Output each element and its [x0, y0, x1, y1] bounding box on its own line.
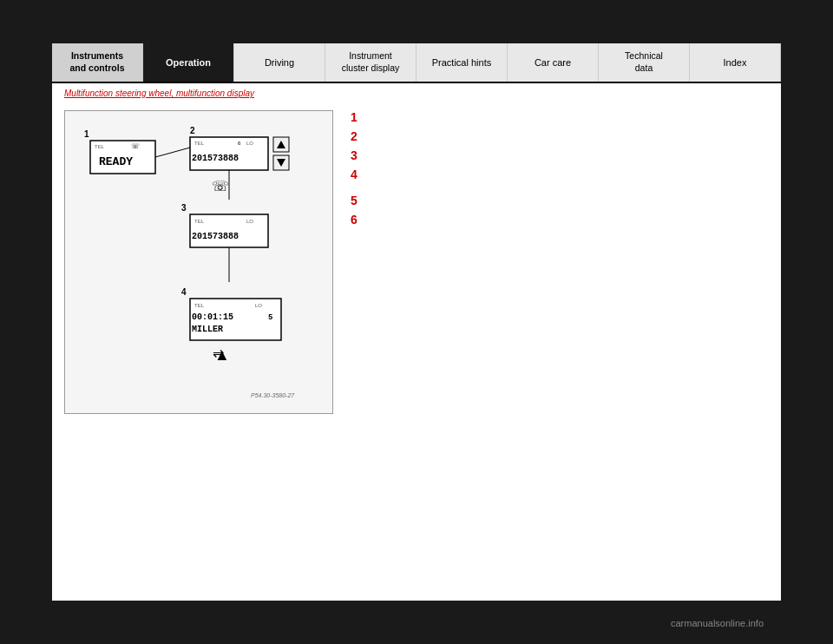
svg-text:1: 1: [84, 129, 89, 139]
svg-text:TEL: TEL: [194, 303, 205, 308]
svg-text:5: 5: [268, 313, 272, 322]
tab-index[interactable]: Index: [690, 43, 781, 82]
svg-text:LO: LO: [255, 303, 262, 308]
item-number-6: 6: [351, 213, 363, 227]
diagram-svg: 1 TEL ☏ READY 2 TEL 6 LO 20157: [75, 122, 322, 399]
nav-tabs: Instrumentsand controls Operation Drivin…: [52, 43, 781, 83]
svg-text:3: 3: [181, 203, 187, 213]
svg-text:00:01:15: 00:01:15: [192, 312, 233, 322]
tab-instrument-cluster[interactable]: Instrumentcluster display: [325, 43, 416, 82]
main-content: 1 TEL ☏ READY 2 TEL 6 LO 20157: [52, 103, 781, 421]
numbered-item-5-group: 5 6: [351, 194, 769, 227]
content-area: Instrumentsand controls Operation Drivin…: [52, 43, 781, 601]
svg-text:LO: LO: [246, 141, 253, 146]
numbered-item-4: 4: [351, 168, 769, 181]
tab-practical-hints[interactable]: Practical hints: [416, 43, 508, 82]
item-number-1: 1: [351, 110, 363, 124]
svg-text:P54.30-3580-27: P54.30-3580-27: [251, 392, 295, 398]
svg-text:LO: LO: [246, 219, 253, 224]
numbered-item-1: 1: [351, 110, 769, 124]
item-number-5: 5: [351, 194, 363, 207]
svg-text:201573888: 201573888: [192, 232, 239, 241]
diagram-area: 1 TEL ☏ READY 2 TEL 6 LO 20157: [64, 110, 333, 414]
numbered-item-6: 6: [351, 213, 769, 227]
svg-text:201573888: 201573888: [192, 154, 239, 163]
item-number-3: 3: [351, 148, 363, 162]
svg-text:2: 2: [190, 126, 195, 135]
svg-text:☏: ☏: [212, 179, 229, 194]
breadcrumb: Multifunction steering wheel, multifunct…: [52, 83, 781, 103]
svg-text:4: 4: [181, 287, 187, 297]
svg-text:TEL: TEL: [95, 144, 105, 149]
numbered-item-2: 2: [351, 129, 769, 143]
tab-driving[interactable]: Driving: [234, 43, 325, 82]
tab-operation[interactable]: Operation: [143, 43, 234, 82]
item-number-2: 2: [351, 129, 363, 143]
svg-text:☏: ☏: [131, 142, 140, 150]
footer-site: carmanualsonline.info: [671, 618, 764, 628]
svg-line-5: [155, 148, 190, 157]
tab-technical-data[interactable]: Technicaldata: [599, 43, 690, 82]
tab-car-care[interactable]: Car care: [508, 43, 599, 82]
svg-text:⇌: ⇌: [213, 345, 224, 360]
svg-text:MILLER: MILLER: [192, 325, 223, 334]
svg-text:TEL: TEL: [194, 141, 205, 146]
footer-watermark: carmanualsonline.info: [671, 618, 764, 628]
svg-text:READY: READY: [99, 155, 133, 168]
tab-instruments[interactable]: Instrumentsand controls: [52, 43, 143, 82]
numbered-item-5: 5: [351, 194, 769, 207]
item-number-4: 4: [351, 168, 363, 181]
svg-text:TEL: TEL: [194, 219, 205, 224]
numbered-items: 1 2 3 4 5: [351, 110, 769, 414]
numbered-item-3: 3: [351, 148, 769, 162]
page-container: Instrumentsand controls Operation Drivin…: [0, 0, 833, 644]
